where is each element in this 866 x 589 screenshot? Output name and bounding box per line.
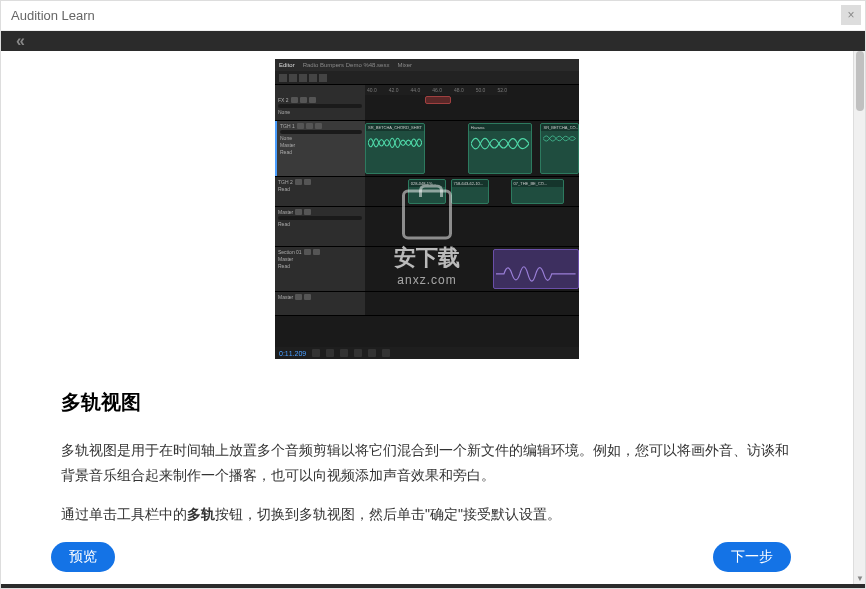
clip: 07_THE_BE_CO... [511, 179, 565, 204]
ruler-tick: 50.0 [476, 87, 486, 93]
record-icon [315, 123, 322, 129]
daw-timeline: 40.0 42.0 44.0 46.0 48.0 50.0 52.0 [275, 85, 579, 347]
clip-label: 07_THE_BE_CO... [512, 180, 564, 187]
track-slider [278, 104, 362, 108]
close-icon: × [847, 8, 854, 22]
daw-track-head: TGH 2 Read [275, 177, 365, 206]
track-name: FX 2 [278, 97, 289, 103]
mute-icon [297, 123, 304, 129]
play-icon [340, 349, 348, 357]
article-p2: 通过单击工具栏中的多轨按钮，切换到多轨视图，然后单击"确定"接受默认设置。 [61, 502, 793, 527]
solo-icon [304, 179, 311, 185]
solo-icon [304, 294, 311, 300]
daw-transport: 0:11.209 [275, 347, 579, 359]
text-fragment: 按钮，切换到多轨视图，然后单击"确定"接受默认设置。 [215, 506, 561, 522]
daw-toolbar [275, 71, 579, 85]
article-body: 多轨视图是用于在时间轴上放置多个音频剪辑以将它们混合到一个新文件的编辑环境。例如… [61, 438, 793, 528]
mute-icon [295, 294, 302, 300]
track-output: Master [278, 256, 362, 262]
daw-tab-editor: Editor [279, 62, 295, 68]
daw-tab-mixer: Mixer [397, 62, 412, 68]
back-icon[interactable]: « [16, 32, 25, 50]
daw-track-head: Master Read [275, 207, 365, 246]
daw-tool-icon [309, 74, 317, 82]
daw-track: Master Read [275, 207, 579, 247]
article-title: 多轨视图 [61, 389, 793, 416]
clip: Havana [468, 123, 532, 174]
mute-icon [304, 249, 311, 255]
daw-track: Master [275, 292, 579, 316]
ruler-tick: 48.0 [454, 87, 464, 93]
solo-icon [300, 97, 307, 103]
solo-icon [313, 249, 320, 255]
solo-icon [304, 209, 311, 215]
mute-icon [295, 209, 302, 215]
track-name: Section 01 [278, 249, 302, 255]
daw-tool-icon [289, 74, 297, 82]
top-toolbar: « [1, 31, 865, 51]
window-title: Audition Learn [11, 8, 95, 23]
track-name: TGH 1 [280, 123, 295, 129]
solo-icon [306, 123, 313, 129]
clip [425, 96, 451, 104]
daw-track: FX 2 None [275, 95, 579, 121]
track-content [365, 247, 579, 291]
daw-track-head: Master [275, 292, 365, 315]
mute-icon [295, 179, 302, 185]
timecode: 0:11.209 [279, 350, 306, 357]
content-area: Editor Radio Bumpers Demo %48.sesx Mixer [1, 51, 853, 584]
track-name: Master [278, 209, 293, 215]
text-fragment: 通过单击工具栏中的 [61, 506, 187, 522]
track-routing: None [278, 109, 362, 115]
daw-track: TGH 1 None Master Read [275, 121, 579, 177]
track-name: Master [278, 294, 293, 300]
content-wrapper: Editor Radio Bumpers Demo %48.sesx Mixer [1, 51, 865, 584]
bottom-border [1, 584, 865, 588]
track-slider [280, 130, 362, 134]
daw-tool-icon [299, 74, 307, 82]
track-name: TGH 2 [278, 179, 293, 185]
daw-ruler-head [275, 85, 365, 95]
daw-tool-icon [319, 74, 327, 82]
record-icon [309, 97, 316, 103]
mute-icon [291, 97, 298, 103]
daw-track-head: Section 01 Master Read [275, 247, 365, 291]
screenshot-container: Editor Radio Bumpers Demo %48.sesx Mixer [1, 51, 853, 359]
preview-button[interactable]: 预览 [51, 542, 115, 572]
button-bar: 预览 下一步 [1, 542, 841, 572]
close-button[interactable]: × [841, 5, 861, 25]
rewind-icon [312, 349, 320, 357]
loop-icon [354, 349, 362, 357]
clip-label: SR_BETCHA_CHORD_SHRT [366, 124, 424, 131]
scroll-down-icon[interactable]: ▼ [854, 572, 865, 584]
track-automation: Read [280, 149, 362, 155]
daw-main: 40.0 42.0 44.0 46.0 48.0 50.0 52.0 [275, 85, 579, 347]
clip-label: SR_BETCHA_CO... [541, 124, 578, 131]
daw-tab-session: Radio Bumpers Demo %48.sesx [303, 62, 390, 68]
daw-ruler: 40.0 42.0 44.0 46.0 48.0 50.0 52.0 [365, 85, 507, 95]
track-automation: Read [278, 221, 362, 227]
article-p1: 多轨视图是用于在时间轴上放置多个音频剪辑以将它们混合到一个新文件的编辑环境。例如… [61, 438, 793, 488]
daw-track-head: TGH 1 None Master Read [275, 121, 365, 176]
app-window: Audition Learn × « Editor Radio Bumpers … [0, 0, 866, 589]
track-automation: Read [278, 263, 362, 269]
scrollbar-thumb[interactable] [856, 51, 864, 111]
daw-tool-icon [279, 74, 287, 82]
track-routing: None [280, 135, 362, 141]
daw-tabs: Editor Radio Bumpers Demo %48.sesx Mixer [275, 59, 579, 71]
record-icon [368, 349, 376, 357]
text-bold: 多轨 [187, 506, 215, 522]
daw-track: Section 01 Master Read [275, 247, 579, 292]
track-content [365, 292, 579, 315]
clip [493, 249, 579, 289]
vertical-scrollbar[interactable]: ▲ ▼ [853, 51, 865, 584]
daw-track-head: FX 2 None [275, 95, 365, 120]
daw-track: TGH 2 Read 028-048-1%... [275, 177, 579, 207]
clip: 028-048-1%... [408, 179, 447, 204]
ruler-tick: 52.0 [497, 87, 507, 93]
next-button[interactable]: 下一步 [713, 542, 791, 572]
clip: 758-643-62-10... [451, 179, 490, 204]
forward-icon [382, 349, 390, 357]
track-content: 028-048-1%... 758-643-62-10... 07_THE_BE… [365, 177, 579, 206]
clip-label: 758-643-62-10... [452, 180, 489, 187]
